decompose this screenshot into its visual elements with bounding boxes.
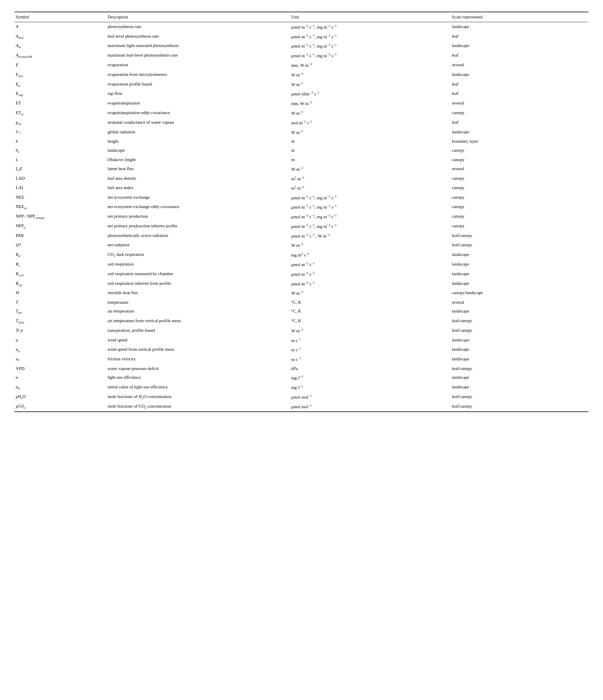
table-row: NPP / NPPcanopynet primary productionμmo…: [15, 212, 588, 222]
table-row: Ammaximum light-saturated photosynthesis…: [15, 41, 588, 51]
cell-scale: leaf: [451, 89, 588, 99]
cell-symbol: Am: [15, 41, 106, 51]
cell-description: global radiation: [106, 127, 290, 137]
cell-symbol: gsw: [15, 118, 106, 127]
cell-scale: landscape: [451, 22, 588, 32]
cell-description: leaf area index: [106, 183, 290, 193]
cell-description: soil respiration measured by chamber: [106, 269, 290, 279]
header-unit: Unit: [290, 12, 451, 22]
cell-scale: leaf/canopy: [451, 231, 588, 241]
cell-symbol: Tr p: [15, 326, 106, 335]
cell-scale: landscape: [451, 373, 588, 382]
cell-scale: landscape: [451, 345, 588, 354]
table-row: Rssoil respirationμmol m−2 s−1landscape: [15, 260, 588, 269]
cell-scale: leaf: [451, 118, 588, 127]
cell-description: wind speed: [106, 335, 290, 345]
cell-scale: several: [451, 60, 588, 70]
header-description: Description: [106, 12, 290, 22]
cell-symbol: T: [15, 298, 106, 307]
table-row: Q*net radiationW m−2leaf/canopy: [15, 241, 588, 250]
cell-symbol: u: [15, 335, 106, 345]
cell-scale: canopy: [451, 183, 588, 193]
table-row: Aphotosynthesis rateμmol m−2 s−1, mg m−2…: [15, 22, 588, 32]
cell-unit: °C, K: [290, 316, 451, 326]
cell-symbol: PAR: [15, 231, 106, 241]
table-row: Esapsap flowμmol tiller−2 s−1leaf: [15, 89, 588, 99]
cell-description: evapotranspiration eddy-covariance: [106, 108, 290, 118]
cell-symbol: H: [15, 288, 106, 298]
cell-scale: landscape: [451, 354, 588, 364]
cell-unit: μmol m−2 s−1: [290, 279, 451, 289]
cell-scale: canopy: [451, 108, 588, 118]
cell-description: mole fractions of H2O concentration: [106, 392, 290, 402]
cell-symbol: LAI: [15, 183, 106, 193]
cell-unit: μmol tiller−2 s−1: [290, 89, 451, 99]
cell-unit: m: [290, 146, 451, 155]
table-row: LObukove lenghtmcanopy: [15, 155, 588, 164]
cell-description: wind speed from vertical profile meas.: [106, 345, 290, 354]
cell-unit: m s−1: [290, 345, 451, 354]
cell-unit: mm, W m−2: [290, 60, 451, 70]
cell-symbol: Elysi: [15, 70, 106, 80]
table-row: ETevapotranspirationmm, W m−2several: [15, 99, 588, 108]
cell-unit: mg m2 s−1: [290, 250, 451, 260]
cell-symbol: VPD: [15, 364, 106, 373]
cell-symbol: A: [15, 22, 106, 32]
cell-unit: m2 m−3: [290, 174, 451, 183]
table-row: Tr ptranspiration, profile-basedW m−2lea…: [15, 326, 588, 335]
cell-symbol: hc: [15, 146, 106, 155]
table-row: u*friction velocitym s−1landscape: [15, 354, 588, 364]
table-row: Rs,chsoil respiration measured by chambe…: [15, 269, 588, 279]
cell-description: light use efficiency: [106, 373, 290, 382]
cell-unit: m2 m−2: [290, 183, 451, 193]
cell-scale: landscape: [451, 127, 588, 137]
cell-description: air temperature from vertical profile me…: [106, 316, 290, 326]
cell-unit: μmol m−2 s−1, mg m−2 s−1: [290, 212, 451, 222]
cell-description: leaf area density: [106, 174, 290, 183]
table-row: VPDwater vapour-pressure deficitkPaleaf/…: [15, 364, 588, 373]
cell-description: sap flow: [106, 89, 290, 99]
cell-description: sensible heat flux: [106, 288, 290, 298]
cell-description: Obukove lenght: [106, 155, 290, 164]
cell-symbol: NPP / NPPcanopy: [15, 212, 106, 222]
cell-unit: W m−2: [290, 288, 451, 298]
cell-scale: canopy: [451, 146, 588, 155]
cell-unit: m: [290, 155, 451, 164]
cell-unit: μmol m−2 s−1, mg m−2 s−1: [290, 51, 451, 60]
cell-unit: μmol m−2 s−1 , W m−2: [290, 231, 451, 241]
cell-scale: leaf: [451, 80, 588, 89]
cell-unit: m s−1: [290, 354, 451, 364]
cell-description: photosynthesis rate: [106, 22, 290, 32]
cell-scale: canopy: [451, 212, 588, 222]
cell-scale: leaf/canopy: [451, 241, 588, 250]
cell-unit: kPa: [290, 364, 451, 373]
symbols-table: Symbol Description Unit Scale represente…: [15, 12, 588, 412]
table-row: Ttemperature°C, Kseveral: [15, 298, 588, 307]
table-row: NPPpnet primary prodyuction inferres pro…: [15, 222, 588, 231]
cell-symbol: Ep: [15, 80, 106, 89]
table-row: χCO2mole fractions of CO2 concentrationμ…: [15, 402, 588, 412]
cell-scale: leaf/canopy: [451, 364, 588, 373]
cell-symbol: Rs: [15, 260, 106, 269]
cell-description: leaf-level photosynthesis rate: [106, 32, 290, 42]
table-row: hheightmboundary layer: [15, 137, 588, 146]
cell-unit: W m−2: [290, 80, 451, 89]
cell-scale: canopy: [451, 202, 588, 212]
cell-unit: m s−1: [290, 335, 451, 345]
cell-symbol: Rs,ch: [15, 269, 106, 279]
cell-description: net radiation: [106, 241, 290, 250]
cell-symbol: α: [15, 373, 106, 382]
table-header-row: Symbol Description Unit Scale represente…: [15, 12, 588, 22]
cell-unit: μmol m−2 s−1: [290, 269, 451, 279]
cell-unit: μmol mol−1: [290, 392, 451, 402]
cell-unit: μmol m−2 s−1, mg m−2 s−1: [290, 193, 451, 202]
cell-symbol: χH2O: [15, 392, 106, 402]
table-row: Elysievaporation from microlysimetersW m…: [15, 70, 588, 80]
cell-symbol: h: [15, 137, 106, 146]
table-row: αlight use efficiencymg J−1landscape: [15, 373, 588, 382]
cell-unit: μmol m−2 s−1, mg m−2 s−1: [290, 41, 451, 51]
cell-unit: W m−2: [290, 241, 451, 250]
cell-unit: μmol m−2 s−1, mg m−2 s−1: [290, 32, 451, 42]
cell-scale: leaf/canopy: [451, 326, 588, 335]
table-row: LvElatent heat fluxW m−2several: [15, 164, 588, 174]
